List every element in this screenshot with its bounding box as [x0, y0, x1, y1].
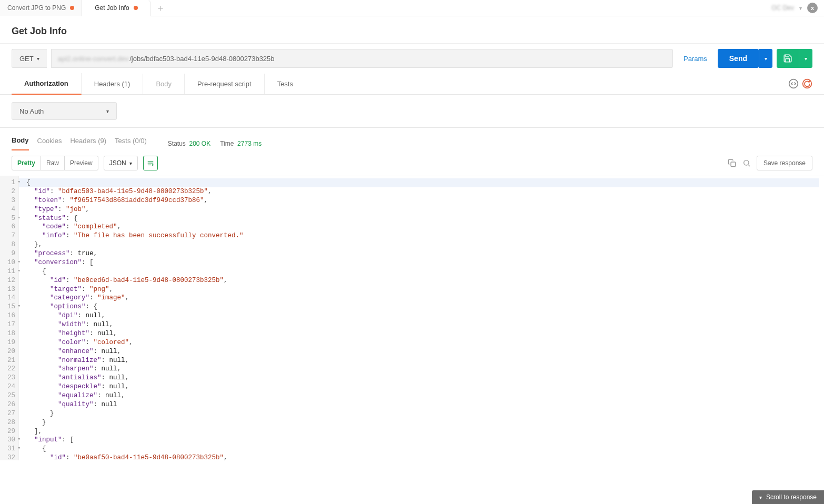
- chevron-down-icon: ▾: [106, 108, 109, 114]
- save-button[interactable]: [777, 49, 799, 68]
- tab-bar: Convert JPG to PNG Get Job Info ＋ OC Dev…: [0, 0, 824, 16]
- reset-icon[interactable]: [802, 78, 812, 89]
- response-tab-tests[interactable]: Tests (0/0): [115, 137, 147, 150]
- dirty-dot-icon: [134, 6, 138, 10]
- chevron-down-icon: ▾: [37, 56, 39, 62]
- chevron-down-icon: ▾: [799, 5, 802, 11]
- avatar: x: [807, 3, 818, 13]
- tab-label: Body: [156, 80, 172, 88]
- render-preview[interactable]: Preview: [65, 156, 98, 170]
- send-button[interactable]: Send: [718, 49, 759, 68]
- tab-label: Pre-request script: [197, 80, 252, 88]
- response-tab-cookies[interactable]: Cookies: [37, 137, 62, 150]
- auth-row: No Auth ▾: [0, 95, 824, 127]
- tab-label: Body: [12, 136, 29, 144]
- wrap-toggle[interactable]: [143, 156, 158, 170]
- chevron-down-icon: ▾: [805, 56, 807, 62]
- tab-convert-jpg[interactable]: Convert JPG to PNG: [0, 0, 82, 16]
- tab-label: Headers (1): [94, 80, 130, 88]
- svg-rect-5: [731, 162, 736, 167]
- svg-line-7: [748, 165, 750, 166]
- seg-label: Preview: [70, 159, 93, 167]
- save-icon: [783, 54, 792, 63]
- language-select[interactable]: JSON ▾: [104, 156, 138, 170]
- code-icon[interactable]: [788, 78, 799, 89]
- chevron-down-icon: ▾: [765, 56, 767, 62]
- status-value: 200 OK: [189, 140, 211, 147]
- response-body: 1234567891011121314151617181920212223242…: [0, 176, 824, 460]
- tab-label: Get Job Info: [95, 4, 129, 12]
- code-content[interactable]: { "id": "bdfac503-bad4-11e5-9d48-0800273…: [19, 176, 824, 460]
- save-response-label: Save response: [763, 159, 806, 167]
- status-label: Status: [168, 140, 186, 147]
- tab-get-job-info[interactable]: Get Job Info: [82, 0, 150, 16]
- user-area[interactable]: OC Dev ▾ x: [771, 3, 824, 13]
- tab-prerequest-script[interactable]: Pre-request script: [185, 74, 265, 94]
- add-tab-button[interactable]: ＋: [154, 1, 167, 15]
- plus-icon: ＋: [156, 2, 165, 14]
- svg-point-0: [789, 79, 798, 88]
- params-label: Params: [684, 55, 707, 63]
- search-response-icon[interactable]: [742, 158, 751, 168]
- tab-tests[interactable]: Tests: [265, 74, 306, 94]
- dirty-dot-icon: [70, 6, 74, 10]
- url-path: /jobs/bdfac503-bad4-11e5-9d48-0800273b32…: [129, 55, 274, 63]
- save-response-button[interactable]: Save response: [757, 156, 812, 170]
- url-input[interactable]: api2.online-convert.dev /jobs/bdfac503-b…: [51, 49, 673, 68]
- tab-label: Convert JPG to PNG: [7, 4, 66, 12]
- seg-label: Pretty: [17, 159, 35, 167]
- tab-label: Cookies: [37, 137, 62, 145]
- response-tabs-row: Body Cookies Headers (9) Tests (0/0) Sta…: [0, 127, 824, 150]
- svg-point-6: [744, 160, 749, 165]
- tab-label: Authorization: [24, 79, 68, 87]
- url-host-blurred: api2.online-convert.dev: [58, 55, 128, 63]
- render-pretty[interactable]: Pretty: [12, 156, 41, 170]
- send-dropdown[interactable]: ▾: [759, 49, 772, 68]
- url-bar: GET ▾ api2.online-convert.dev /jobs/bdfa…: [0, 44, 824, 73]
- auth-type-select[interactable]: No Auth ▾: [12, 102, 117, 120]
- method-value: GET: [19, 55, 34, 63]
- request-tabs: Authorization Headers (1) Body Pre-reque…: [0, 73, 824, 95]
- save-dropdown[interactable]: ▾: [799, 49, 812, 68]
- user-name: OC Dev: [771, 4, 794, 12]
- tab-label: Tests: [277, 80, 293, 88]
- response-status: Status 200 OK Time 2773 ms: [168, 140, 262, 147]
- render-mode-group: Pretty Raw Preview: [12, 156, 98, 170]
- auth-value: No Auth: [19, 107, 44, 115]
- send-label: Send: [729, 54, 747, 63]
- chevron-down-icon: ▾: [129, 160, 132, 166]
- tab-label: Headers (9): [70, 137, 106, 145]
- params-button[interactable]: Params: [677, 49, 714, 68]
- seg-label: Raw: [46, 159, 59, 167]
- time-label: Time: [220, 140, 234, 147]
- time-value: 2773 ms: [237, 140, 262, 147]
- response-tab-headers[interactable]: Headers (9): [70, 137, 106, 150]
- method-select[interactable]: GET ▾: [12, 49, 47, 68]
- render-raw[interactable]: Raw: [41, 156, 65, 170]
- lang-value: JSON: [109, 159, 126, 167]
- tab-label: Tests (0/0): [115, 137, 147, 145]
- tab-headers[interactable]: Headers (1): [82, 74, 144, 94]
- line-gutter: 1234567891011121314151617181920212223242…: [0, 176, 19, 460]
- copy-response-icon[interactable]: [727, 158, 737, 168]
- render-toolbar: Pretty Raw Preview JSON ▾ Save response: [0, 150, 824, 176]
- request-title: Get Job Info: [0, 16, 824, 44]
- tab-body[interactable]: Body: [143, 74, 185, 94]
- avatar-letter: x: [811, 5, 814, 11]
- response-tab-body[interactable]: Body: [12, 136, 29, 150]
- wrap-icon: [147, 159, 154, 167]
- tab-authorization[interactable]: Authorization: [12, 73, 82, 95]
